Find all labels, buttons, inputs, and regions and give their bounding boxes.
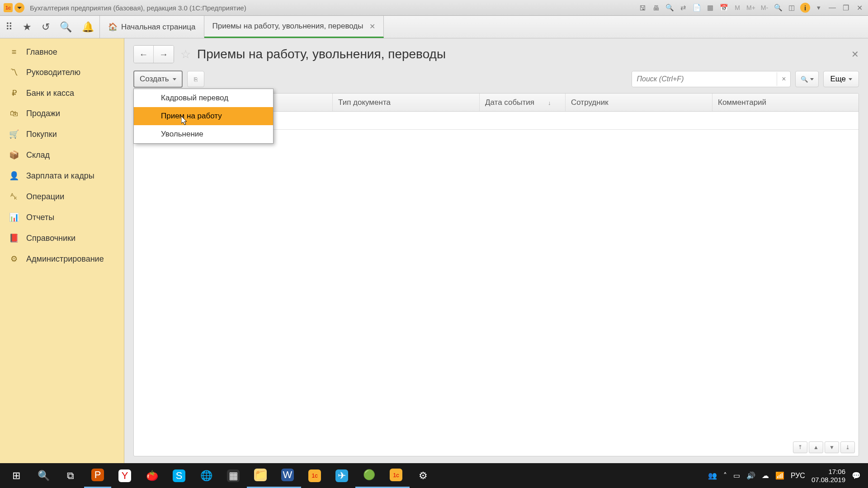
zoom-icon[interactable]: 🔍 [773, 3, 783, 13]
sidebar: ≡Главное 〽Руководителю ₽Банк и касса 🛍Пр… [0, 38, 124, 463]
sidebar-item-hr[interactable]: 👤Зарплата и кадры [0, 165, 124, 186]
help-icon[interactable]: i [800, 3, 810, 13]
sidebar-item-label: Банк и касса [26, 89, 74, 98]
close-page-button[interactable]: ✕ [851, 49, 859, 60]
memory-m-icon[interactable]: M [732, 3, 742, 13]
taskview-icon[interactable]: ⧉ [57, 463, 84, 488]
taskbar-app-chrome[interactable]: 🟢 [355, 463, 382, 488]
sort-down-icon: ↓ [548, 99, 551, 106]
sidebar-item-directories[interactable]: 📕Справочники [0, 228, 124, 249]
sidebar-item-admin[interactable]: ⚙Администрирование [0, 249, 124, 269]
doc-icon[interactable]: 📄 [692, 3, 702, 13]
taskbar-app-skype[interactable]: S [165, 463, 193, 488]
sidebar-item-main[interactable]: ≡Главное [0, 42, 124, 62]
sidebar-item-bank[interactable]: ₽Банк и касса [0, 83, 124, 103]
taskbar-app-explorer[interactable]: 📁 [247, 463, 274, 488]
taskbar-app-1c[interactable]: 1c [382, 463, 410, 488]
tray-people-icon[interactable]: 👥 [708, 471, 717, 480]
ruble-icon: ₽ [9, 88, 19, 98]
sidebar-item-manager[interactable]: 〽Руководителю [0, 62, 124, 83]
sidebar-item-warehouse[interactable]: 📦Склад [0, 145, 124, 165]
tab-active[interactable]: Приемы на работу, увольнения, переводы ✕ [204, 16, 384, 38]
main-content: ← → ☆ Приемы на работу, увольнения, пере… [124, 38, 868, 463]
nav-back-button[interactable]: ← [134, 46, 154, 63]
notifications-icon[interactable]: 🔔 [82, 21, 94, 33]
search-clear-button[interactable]: × [777, 72, 790, 86]
tab-close-icon[interactable]: ✕ [369, 22, 375, 31]
tray-battery-icon[interactable]: ▭ [733, 471, 740, 480]
tray-notifications-icon[interactable]: 💬 [852, 471, 861, 480]
create-button[interactable]: Создать [133, 70, 183, 88]
taskbar-app-yandex[interactable]: Y [111, 463, 138, 488]
table-nav-bottom[interactable]: ⤓ [840, 441, 855, 453]
tray-language[interactable]: РУС [791, 472, 805, 480]
table-column-employee[interactable]: Сотрудник [566, 94, 712, 111]
table-column-comment[interactable]: Комментарий [712, 94, 859, 111]
tray-network-icon[interactable]: ☁ [762, 471, 769, 480]
sidebar-item-label: Зарплата и кадры [26, 171, 94, 181]
window-title: Бухгалтерия предприятия (базовая), редак… [30, 4, 637, 12]
table-nav-down[interactable]: ▼ [825, 441, 839, 453]
favorite-toggle-icon[interactable]: ☆ [180, 47, 191, 61]
dropdown-item-dismiss[interactable]: Увольнение [134, 125, 273, 143]
app-menu-dropdown[interactable] [14, 3, 24, 13]
taskbar-app-calc[interactable]: ▦ [220, 463, 247, 488]
save-icon[interactable]: 🖫 [637, 3, 647, 13]
search-taskbar-icon[interactable]: 🔍 [30, 463, 57, 488]
taskbar-app-1c-alt[interactable]: 1c [301, 463, 328, 488]
sidebar-item-purchases[interactable]: 🛒Покупки [0, 124, 124, 145]
search-icon[interactable]: 🔍 [60, 21, 72, 33]
tray-wifi-icon[interactable]: 📶 [775, 471, 784, 480]
sidebar-item-sales[interactable]: 🛍Продажи [0, 103, 124, 124]
more-button[interactable]: Еще [823, 71, 859, 87]
sidebar-item-label: Склад [26, 150, 50, 160]
taskbar-app-tomato[interactable]: 🍅 [138, 463, 165, 488]
memory-mplus-icon[interactable]: M+ [746, 3, 756, 13]
tray-volume-icon[interactable]: 🔊 [746, 471, 755, 480]
panel-icon[interactable]: ◫ [787, 3, 797, 13]
apps-grid-icon[interactable]: ⠿ [5, 21, 13, 33]
table-column-eventdate[interactable]: Дата события↓ [480, 94, 566, 111]
table-nav-top[interactable]: ⤒ [793, 441, 807, 453]
search-input[interactable] [632, 71, 777, 87]
preview-icon[interactable]: 🔍 [665, 3, 675, 13]
tray-chevron-icon[interactable]: ˄ [723, 471, 727, 480]
history-icon[interactable]: ↺ [42, 21, 50, 33]
person-icon: 👤 [9, 171, 19, 181]
search-dropdown-button[interactable]: 🔍 [795, 71, 819, 87]
compare-icon[interactable]: ⇄ [678, 3, 688, 13]
taskbar-app-browser[interactable]: 🌐 [193, 463, 220, 488]
copy-button[interactable]: ⎘ [187, 71, 204, 87]
sidebar-item-label: Справочники [26, 234, 75, 243]
table-nav-up[interactable]: ▲ [809, 441, 823, 453]
taskbar-app-settings[interactable]: ⚙ [410, 463, 437, 488]
help-dropdown-icon[interactable]: ▾ [814, 3, 824, 13]
close-window-button[interactable]: ✕ [854, 3, 864, 13]
start-button[interactable]: ⊞ [3, 463, 30, 488]
print-icon[interactable]: 🖶 [651, 3, 661, 13]
memory-mminus-icon[interactable]: M- [760, 3, 769, 13]
sidebar-item-reports[interactable]: 📊Отчеты [0, 207, 124, 228]
minimize-button[interactable]: — [827, 3, 837, 13]
windows-taskbar: ⊞ 🔍 ⧉ P Y 🍅 S 🌐 ▦ 📁 W 1c ✈ 🟢 1c ⚙ 👥 ˄ ▭ … [0, 463, 868, 488]
sidebar-item-operations[interactable]: ᴬₖОперации [0, 186, 124, 207]
maximize-button[interactable]: ❐ [841, 3, 851, 13]
dropdown-item-hire[interactable]: Прием на работу [134, 107, 273, 125]
taskbar-app-word[interactable]: W [274, 463, 301, 488]
tab-home-label: Начальная страница [121, 23, 196, 32]
table-column-doctype[interactable]: Тип документа [333, 94, 480, 111]
favorite-star-icon[interactable]: ★ [23, 21, 32, 33]
app-logo-icon: 1c [4, 3, 13, 12]
tab-home[interactable]: 🏠 Начальная страница [100, 16, 204, 38]
home-icon: 🏠 [108, 22, 118, 32]
calendar-icon[interactable]: ▦ [705, 3, 715, 13]
nav-forward-button[interactable]: → [154, 46, 174, 63]
date-icon[interactable]: 📅 [719, 3, 729, 13]
box-icon: 📦 [9, 150, 19, 160]
taskbar-app-powerpoint[interactable]: P [84, 463, 111, 488]
menu-icon: ≡ [9, 47, 19, 57]
sidebar-item-label: Администрирование [26, 254, 104, 264]
dropdown-item-transfer[interactable]: Кадровый перевод [134, 89, 273, 107]
taskbar-app-telegram[interactable]: ✈ [328, 463, 355, 488]
tray-clock[interactable]: 17:06 07.08.2019 [811, 468, 845, 484]
